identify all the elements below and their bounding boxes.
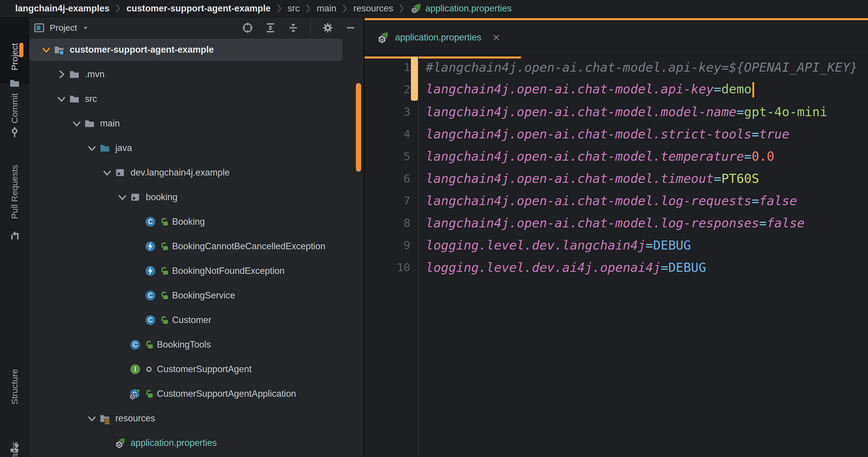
project-panel-header: Project [29,18,364,38]
code-line-3: 3 langchain4j.open-ai.chat-model.model-n… [365,101,868,123]
gutter-separator [418,56,419,457]
tree-row-booking-tools[interactable]: C BookingTools [29,332,364,357]
tree-row-label: dev.langchain4j.example [130,167,230,178]
line-number: 5 [365,150,410,163]
tree-row-booking-not-found-exception[interactable]: BookingNotFoundException [29,259,364,283]
svg-text:C: C [148,316,153,324]
spring-properties-icon [376,31,389,44]
code-line-8: 8 langchain4j.open-ai.chat-model.log-res… [365,212,868,234]
stripe-tab-commit[interactable]: Commit [0,88,29,140]
chevron-expanded-icon[interactable] [87,143,97,153]
stripe-tab-structure[interactable]: Structure [0,360,29,425]
line-number: 8 [365,217,410,229]
stripe-tab-project[interactable]: Project [0,18,29,84]
tree-row-booking-cannot-be-cancelled-exception[interactable]: BookingCannotBeCancelledException [29,234,364,259]
breadcrumb-module[interactable]: customer-support-agent-example [126,3,271,14]
lock-icon [159,241,169,251]
package-icon [114,167,126,178]
chevron-right-icon [276,3,282,13]
tree-row-booking-class[interactable]: C Booking [29,209,364,234]
equals-sign: = [646,238,653,253]
tree-row-java[interactable]: java [29,136,364,160]
class-icon: C [145,314,156,326]
commit-icon [9,126,21,138]
pull-requests-icon [9,229,21,240]
property-key: langchain4j.open-ai.chat-model.api-key [426,81,714,96]
code-line-7: 7 langchain4j.open-ai.chat-model.log-req… [365,190,868,212]
property-value: demo [721,81,752,96]
locate-file-button[interactable] [242,22,253,34]
chevron-expanded-icon[interactable] [102,167,113,178]
chevron-right-icon [342,3,348,13]
exception-class-icon [145,265,156,277]
breadcrumb-bar: langchain4j-examples customer-support-ag… [0,0,868,18]
tree-row-booking-package[interactable]: booking [29,185,364,209]
breadcrumb-src[interactable]: src [288,3,300,14]
breadcrumb-main[interactable]: main [317,3,336,14]
code-line-1: 1 #langchain4j.open-ai.chat-model.api-ke… [365,56,868,78]
line-number: 6 [365,172,410,185]
breadcrumb-project[interactable]: langchain4j-examples [15,3,110,14]
tree-row-customer-support-agent-application[interactable]: C CustomerSupportAgentApplication [29,382,364,406]
tree-row-label: application.properties [130,438,217,448]
equals-sign: = [744,149,751,164]
settings-gear-button[interactable] [322,22,334,34]
chevron-expanded-icon[interactable] [71,118,82,129]
lock-icon [144,389,154,399]
lock-icon [159,217,169,227]
tree-row-src[interactable]: src [29,87,364,111]
line-number: 7 [365,194,410,207]
tree-scrollbar-thumb[interactable] [356,83,361,172]
tree-row-booking-service[interactable]: C BookingService [29,283,364,308]
folder-icon [84,118,95,129]
tree-row-application-properties[interactable]: application.properties [29,431,364,455]
close-tab-icon[interactable] [491,32,501,42]
tree-row-resources[interactable]: resources [29,406,364,431]
tree-row-customer-support-agent-example[interactable]: customer-support-agent-example [29,37,364,62]
tree-row-customer-support-agent[interactable]: I CustomerSupportAgent [29,357,364,382]
code-editor[interactable]: 1 #langchain4j.open-ai.chat-model.api-ke… [365,56,868,457]
toolbar-divider [310,21,311,34]
breadcrumb-resources[interactable]: resources [353,3,393,14]
equals-sign: = [759,216,767,230]
tree-row-dev-langchain4j-example[interactable]: dev.langchain4j.example [29,160,364,185]
property-value: false [767,216,805,230]
interface-icon: I [129,363,141,375]
text-caret [752,82,754,97]
stripe-tab-bookmarks[interactable]: Bookmarks [0,427,29,457]
chevron-expanded-icon[interactable] [56,94,67,104]
code-line-10: 10 logging.level.dev.ai4j.openai4j=DEBUG [365,256,868,279]
line-number: 1 [365,61,410,74]
editor-accent-line [365,18,868,20]
equals-sign: = [714,171,721,186]
tree-row-main[interactable]: main [29,111,364,136]
tree-row-label: CustomerSupportAgent [157,364,252,374]
breadcrumb-file[interactable]: application.properties [410,3,512,14]
code-line-6: 6 langchain4j.open-ai.chat-model.timeout… [365,167,868,190]
project-folder-icon [9,77,21,89]
editor-tab-application-properties[interactable]: application.properties [365,20,514,55]
tree-row-mvn[interactable]: .mvn [29,62,364,87]
hide-panel-button[interactable] [345,22,356,34]
property-key: langchain4j.open-ai.chat-model.log-reque… [426,193,751,208]
equals-sign: = [736,104,744,119]
tree-row-customer[interactable]: C Customer [29,308,364,332]
gutter-change-marker [411,57,418,101]
equals-sign: = [751,127,759,141]
chevron-collapsed-icon[interactable] [56,69,67,79]
property-key: logging.level.dev.langchain4j [426,238,646,253]
property-value: true [759,127,789,141]
expand-all-button[interactable] [265,22,276,34]
collapse-all-button[interactable] [287,22,299,34]
tree-row-label: java [115,143,132,153]
chevron-expanded-icon[interactable] [117,192,128,202]
chevron-expanded-icon[interactable] [41,44,52,55]
property-key: langchain4j.open-ai.chat-model.log-respo… [426,216,759,230]
chevron-expanded-icon[interactable] [87,413,97,424]
lock-icon [159,291,169,300]
project-view-selector[interactable]: Project [29,22,89,34]
stripe-tab-pull-requests[interactable]: Pull Requests [0,155,29,243]
tree-row-label: BookingNotFoundException [172,266,284,276]
stripe-tab-project-label: Project [10,43,20,70]
class-icon: C [145,216,156,228]
